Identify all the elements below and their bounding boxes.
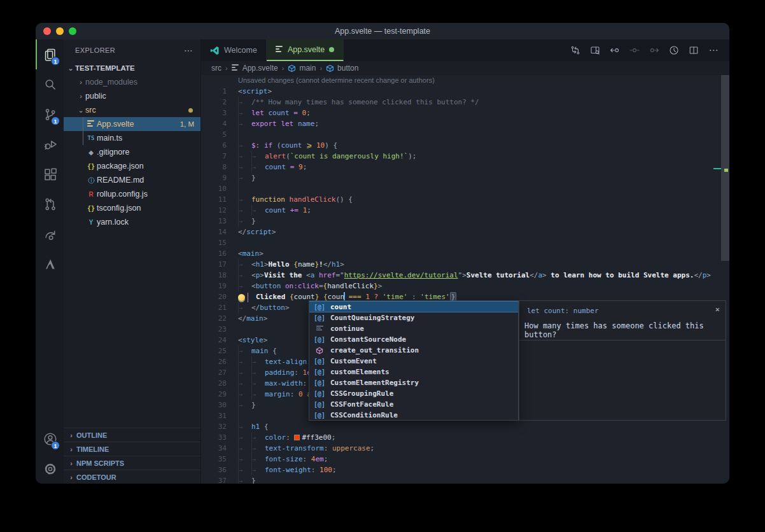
code-line[interactable]: 16<main> [201, 248, 729, 259]
tree-item-readme-md[interactable]: README.md [64, 173, 200, 187]
code-editor[interactable]: Unsaved changes (cannot determine recent… [201, 75, 729, 484]
activity-bar-item-accounts[interactable]: 1 [36, 424, 64, 454]
code-line[interactable]: 2→/** How many times has someone clicked… [201, 97, 729, 108]
tree-item-yarn-lock[interactable]: Yyarn.lock [64, 215, 200, 229]
tree-item-app-svelte[interactable]: App.svelte1, M [64, 117, 200, 131]
line-content: →→count += 1; [227, 205, 729, 216]
code-line[interactable]: 14</script> [201, 227, 729, 237]
sidebar-section-npm-scripts[interactable]: ›NPM SCRIPTS [64, 456, 200, 470]
tree-item-node-modules[interactable]: ›node_modules [64, 75, 200, 89]
line-number: 23 [201, 324, 227, 335]
close-window-button[interactable] [43, 27, 51, 35]
next-change-icon[interactable] [647, 43, 661, 57]
tab-welcome[interactable]: Welcome [201, 39, 267, 61]
tree-item--gitignore[interactable]: ◆.gitignore [64, 145, 200, 159]
line-content: →function handleClick() { [227, 194, 729, 205]
tree-item-rollup-config-js[interactable]: Rrollup.config.js [64, 187, 200, 201]
previous-change-icon[interactable] [608, 43, 622, 57]
activity-bar-item-extensions[interactable] [36, 159, 64, 189]
code-line[interactable]: 17→<h1>Hello {name}!</h1> [201, 259, 729, 270]
zoom-window-button[interactable] [69, 27, 76, 35]
code-line[interactable]: 19→<button on:click={handleClick}> [201, 281, 729, 291]
activity-bar-item-github-pr[interactable] [36, 189, 64, 219]
code-line[interactable]: 3→let count = 0; [201, 108, 729, 118]
open-changes-icon[interactable] [568, 43, 582, 57]
tree-item-public[interactable]: ›public [64, 89, 200, 103]
suggest-item-customevent[interactable]: [@]CustomEvent [309, 356, 518, 367]
breadcrumb-item-app-svelte[interactable]: App.svelte [232, 64, 278, 73]
current-change-icon[interactable] [628, 43, 642, 57]
code-line[interactable]: 12→→count += 1; [201, 205, 729, 216]
sidebar-section-outline[interactable]: ›OUTLINE [64, 428, 200, 442]
split-editor-icon[interactable] [687, 43, 701, 57]
close-icon[interactable]: ✕ [715, 305, 720, 313]
activity-bar-item-live-share[interactable] [36, 219, 64, 249]
code-line[interactable]: 33→→color: #ff3e00; [201, 432, 729, 443]
variable-icon: [@] [312, 401, 326, 408]
line-number: 36 [201, 465, 227, 475]
link-string-token[interactable]: https://svelte.dev/tutorial [344, 271, 458, 279]
code-token: h1 [332, 260, 340, 269]
suggest-item-countqueuingstrategy[interactable]: [@]CountQueuingStrategy [309, 312, 518, 323]
code-line[interactable]: 11→function handleClick() { [201, 194, 729, 205]
breadcrumb-item-src[interactable]: src [211, 64, 221, 73]
code-line[interactable]: 34→→text-transform: uppercase; [201, 443, 729, 454]
sidebar-section-codetour[interactable]: ›CODETOUR [64, 470, 200, 484]
activity-bar-item-explorer[interactable]: 1 [36, 39, 64, 69]
suggest-item-cssgroupingrule[interactable]: [@]CSSGroupingRule [309, 388, 518, 399]
breadcrumb-item-button[interactable]: button [326, 64, 358, 73]
activity-bar-item-settings-gear[interactable] [36, 454, 64, 484]
code-line[interactable]: 37→} [201, 475, 729, 484]
code-token: 10 [316, 141, 325, 150]
activity-bar-item-search[interactable] [36, 69, 64, 99]
suggest-item-customelementregistry[interactable]: [@]CustomElementRegistry [309, 377, 518, 388]
code-line[interactable]: 18→<p>Visit the <a href="https://svelte.… [201, 270, 729, 281]
tree-item-src[interactable]: ⌄src [64, 103, 200, 117]
tab-app-svelte[interactable]: App.svelte [267, 39, 344, 61]
code-token: /** How many times has someone clicked t… [251, 98, 479, 106]
code-line[interactable]: 4→export let name; [201, 118, 729, 129]
code-line[interactable]: 7→→alert(`count is dangerously high!`); [201, 151, 729, 162]
code-line[interactable]: 9→} [201, 172, 729, 183]
more-actions-icon[interactable]: ⋯ [184, 45, 193, 55]
tree-item-package-json[interactable]: {}package.json [64, 159, 200, 173]
open-preview-icon[interactable] [588, 43, 602, 57]
code-token: > [272, 228, 276, 236]
line-number: 4 [201, 118, 227, 129]
tree-item-tsconfig-json[interactable]: {}tsconfig.json [64, 201, 200, 215]
code-token: count [265, 206, 286, 214]
suggest-item-customelements[interactable]: [@]customElements [309, 367, 518, 377]
code-line[interactable]: 32→h1 { [201, 421, 729, 432]
code-line[interactable]: 36→→font-weight: 100; [201, 465, 729, 475]
suggest-item-cssfontfacerule[interactable]: [@]CSSFontFaceRule [309, 399, 518, 410]
suggest-item-continue[interactable]: continue [309, 323, 518, 334]
activity-bar-item-run-debug[interactable] [36, 129, 64, 159]
code-line[interactable]: 1<script> [201, 86, 729, 97]
tree-item-main-ts[interactable]: TSmain.ts [64, 131, 200, 145]
lightbulb-icon[interactable] [238, 294, 248, 301]
color-swatch[interactable] [294, 435, 300, 440]
sidebar-section-timeline[interactable]: ›TIMELINE [64, 442, 200, 456]
code-line[interactable]: 5 [201, 129, 729, 140]
suggest-item-create_out_transition[interactable]: create_out_transition [309, 345, 518, 356]
activity-bar-item-source-control[interactable]: 1 [36, 99, 64, 129]
code-line[interactable]: 6→$: if (count ⩾ 10) { [201, 140, 729, 151]
minimize-window-button[interactable] [56, 27, 64, 35]
code-line[interactable]: 8→→count = 9; [201, 162, 729, 172]
suggest-item-cssconditionrule[interactable]: [@]CSSConditionRule [309, 410, 518, 421]
code-line[interactable]: 15 [201, 237, 729, 248]
suggest-item-constantsourcenode[interactable]: [@]ConstantSourceNode [309, 334, 518, 345]
code-line[interactable]: 10 [201, 183, 729, 194]
tree-root-test-template[interactable]: ⌄ TEST-TEMPLATE [64, 61, 200, 75]
code-line[interactable]: 35→→font-size: 4em; [201, 454, 729, 465]
suggest-item-count[interactable]: [@]count [309, 301, 518, 312]
activity-bar-item-azure[interactable] [36, 249, 64, 279]
tab-whitespace-arrow: → [251, 356, 265, 367]
editor-scrollbar[interactable] [721, 75, 729, 261]
code-line[interactable]: 13→} [201, 216, 729, 227]
timeline-clock-icon[interactable] [667, 43, 681, 57]
code-token [312, 141, 316, 150]
line-number: 10 [201, 183, 227, 194]
more-actions-icon[interactable]: ⋯ [706, 43, 720, 57]
breadcrumb-item-main[interactable]: main [288, 64, 316, 73]
